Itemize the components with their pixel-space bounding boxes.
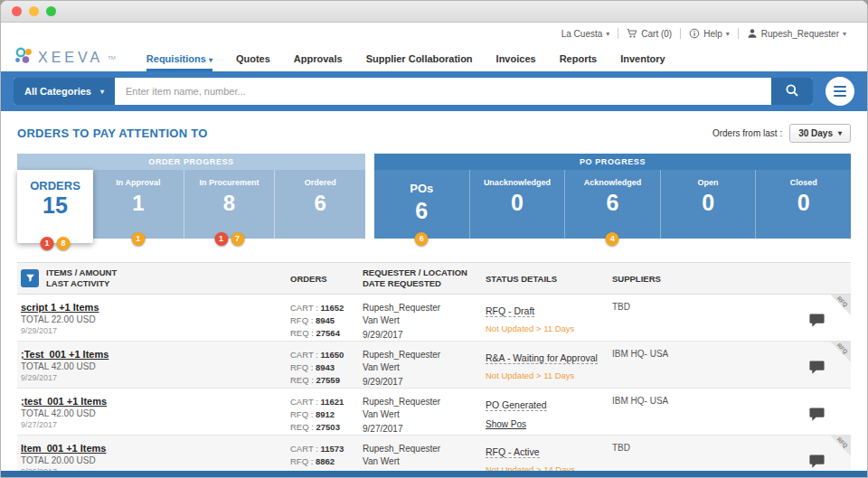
browser-title-bar	[1, 1, 867, 23]
chevron-down-icon: ▾	[838, 129, 842, 137]
requester-cell: Rupesh_Requester Van Wert 9/29/2017	[363, 302, 486, 342]
show-pos-link[interactable]: Show Pos	[486, 419, 526, 429]
comment-icon	[808, 365, 826, 379]
range-label: Orders from last :	[712, 128, 782, 138]
comment-button[interactable]	[808, 453, 826, 473]
window-minimize-button[interactable]	[29, 6, 39, 16]
cell-pos[interactable]: POs 6 6	[374, 170, 470, 239]
chevron-down-icon: ▾	[606, 30, 609, 38]
cell-acknowledged[interactable]: Acknowledged 6 4	[565, 170, 661, 239]
tab-ordered[interactable]: Ordered 6	[275, 170, 365, 239]
app-window: La Cuesta ▾ Cart (0) Help ▾ Rupesh_Reque…	[0, 0, 868, 478]
cell-closed[interactable]: Closed 0	[756, 170, 851, 239]
nav-items: Requisitions ▾ Quotes Approvals Supplier…	[146, 44, 665, 71]
cell-open[interactable]: Open 0	[661, 170, 757, 239]
po-progress-title: PO PROGRESS	[374, 154, 851, 170]
window-zoom-button[interactable]	[46, 6, 56, 16]
cart-menu[interactable]: Cart (0)	[618, 28, 680, 39]
col-orders-header: ORDERS	[290, 274, 363, 284]
nav-item-inventory[interactable]: Inventory	[620, 53, 665, 71]
nav-item-approvals[interactable]: Approvals	[294, 53, 343, 71]
item-total: TOTAL 20.00 USD	[17, 455, 290, 465]
chevron-down-icon: ▾	[843, 30, 846, 38]
search-button[interactable]	[771, 78, 813, 105]
orange-badge: 1	[131, 232, 145, 246]
status-cell: PO Generated Show Pos	[486, 396, 612, 436]
col-requester-header: REQUESTER / LOCATION	[363, 267, 486, 278]
in-procurement-badges: 1 7	[214, 232, 244, 246]
rfq-corner-tag: RFQ	[824, 295, 851, 322]
item-total: TOTAL 22.00 USD	[17, 314, 290, 324]
search-input[interactable]	[115, 78, 771, 105]
account-menu[interactable]: La Cuesta ▾	[553, 29, 618, 39]
comment-button[interactable]	[808, 312, 826, 332]
order-progress-panel: ORDER PROGRESS ORDERS 15 1 8 In Approval…	[17, 154, 365, 239]
requester-cell: Rupesh_Requester Van Wert 9/29/2017	[363, 349, 486, 389]
comment-button[interactable]	[808, 406, 826, 426]
xeeva-logo-icon	[14, 46, 33, 70]
nav-item-invoices[interactable]: Invoices	[496, 53, 536, 71]
order-progress-title: ORDER PROGRESS	[17, 154, 365, 170]
tab-orders[interactable]: ORDERS 15 1 8	[17, 170, 93, 243]
table-row: script 1 +1 Items TOTAL 22.00 USD 9/29/2…	[17, 295, 851, 342]
brand-name: XEEVA	[38, 50, 103, 66]
nav-item-quotes[interactable]: Quotes	[236, 53, 270, 71]
cart-label: Cart (0)	[641, 29, 672, 39]
requester-cell: Rupesh_Requester Van Wert 9/27/2017	[363, 396, 486, 436]
brand-logo[interactable]: XEEVA TM	[14, 46, 116, 70]
last-activity-date: 9/29/2017	[17, 326, 290, 335]
item-link[interactable]: ;test_001 +1 Items	[17, 396, 290, 407]
orange-badge: 8	[57, 237, 71, 250]
last-activity-date: 9/29/2017	[17, 373, 290, 382]
tab-in-procurement[interactable]: In Procurement 8 1 7	[184, 170, 276, 239]
status-link[interactable]: RFQ - Active	[486, 446, 540, 458]
status-cell: R&A - Waiting for Approval Not Updated >…	[486, 349, 612, 389]
tab-in-approval[interactable]: In Approval 1 1	[93, 170, 184, 239]
progress-panels: ORDER PROGRESS ORDERS 15 1 8 In Approval…	[1, 154, 867, 239]
item-link[interactable]: script 1 +1 Items	[17, 302, 290, 313]
help-menu[interactable]: Help ▾	[680, 28, 738, 39]
status-link[interactable]: R&A - Waiting for Approval	[486, 352, 598, 364]
supplier-cell: TBD	[612, 302, 782, 342]
orders-badges: 1 8	[41, 237, 71, 250]
nav-item-requisitions[interactable]: Requisitions ▾	[146, 53, 212, 71]
table-header: ITEMS / AMOUNT LAST ACTIVITY ORDERS REQU…	[17, 262, 851, 295]
red-badge: 1	[41, 237, 54, 250]
nav-item-reports[interactable]: Reports	[560, 53, 598, 71]
orange-badge: 4	[606, 232, 619, 246]
status-note: Not Updated > 11 Days	[486, 370, 612, 380]
chevron-down-icon: ▾	[209, 56, 212, 64]
status-cell: RFQ - Draft Not Updated > 11 Days	[486, 302, 612, 342]
table-row: ;test_001 +1 Items TOTAL 42.00 USD 9/27/…	[17, 389, 851, 436]
orders-cell: CART : 11650 RFQ : 8943 REQ : 27559	[290, 349, 363, 389]
status-link[interactable]: PO Generated	[486, 399, 547, 411]
comment-button[interactable]	[808, 359, 826, 379]
orange-badge: 6	[415, 232, 429, 246]
nav-item-supplier-collaboration[interactable]: Supplier Collaboration	[366, 53, 473, 71]
order-progress-tabs: ORDERS 15 1 8 In Approval 1 1 In Procure…	[17, 170, 365, 239]
item-link[interactable]: ;Test_001 +1 Items	[17, 349, 290, 360]
po-progress-cells: POs 6 6 Unacknowledged 0 Acknowledged 6 …	[374, 170, 851, 239]
category-dropdown[interactable]: All Categories ▾	[14, 78, 115, 105]
user-label: Rupesh_Requester	[761, 29, 839, 39]
window-close-button[interactable]	[12, 6, 22, 16]
orders-range-filter: Orders from last : 30 Days ▾	[712, 124, 851, 143]
table-row: ;Test_001 +1 Items TOTAL 42.00 USD 9/29/…	[17, 342, 851, 389]
footer-bar	[1, 471, 867, 477]
orange-badge: 7	[231, 232, 244, 246]
user-icon	[747, 28, 758, 39]
item-link[interactable]: Item_001 +1 Items	[17, 443, 290, 454]
user-menu[interactable]: Rupesh_Requester ▾	[738, 28, 854, 39]
search-icon	[785, 83, 799, 100]
main-nav: XEEVA TM Requisitions ▾ Quotes Approvals…	[1, 44, 867, 71]
status-note: Not Updated > 11 Days	[486, 323, 612, 333]
menu-button[interactable]	[826, 77, 854, 106]
cell-unacknowledged[interactable]: Unacknowledged 0	[470, 170, 566, 239]
last-activity-date: 9/27/2017	[17, 420, 290, 429]
status-link[interactable]: RFQ - Draft	[486, 305, 534, 317]
col-suppliers-header: SUPPLIERS	[612, 274, 782, 284]
range-dropdown[interactable]: 30 Days ▾	[789, 124, 851, 143]
filter-button[interactable]	[21, 269, 39, 287]
search-box: All Categories ▾	[14, 78, 813, 105]
red-badge: 1	[214, 232, 228, 246]
